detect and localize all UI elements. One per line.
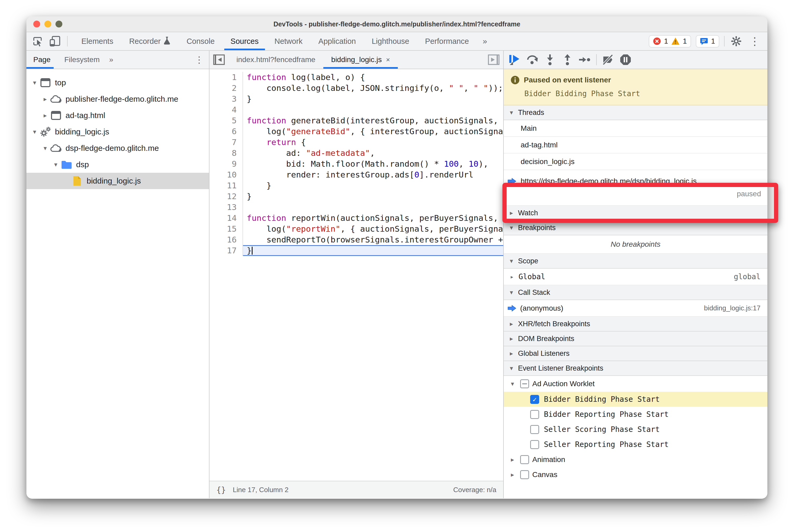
tree-item-top[interactable]: ▾top: [26, 75, 209, 91]
tab-sources[interactable]: Sources: [223, 32, 266, 50]
thread-item-paused[interactable]: https://dsp-fledge-demo.glitch.me/dsp/bi…: [504, 170, 767, 206]
frame-icon: [39, 77, 52, 88]
chevron-down-icon: ▾: [41, 145, 50, 152]
breakpoint-group-ad-auction-worklet[interactable]: ▾Ad Auction Worklet: [504, 376, 767, 392]
editor-tab-bidding-logic-js[interactable]: bidding_logic.js×: [323, 51, 398, 69]
errors-warnings-badge[interactable]: 1 1: [649, 35, 691, 48]
tree-item-bidding-logic-js[interactable]: ▾bidding_logic.js: [26, 124, 209, 140]
code-line-text: }: [243, 94, 503, 104]
breakpoint-seller-scoring-phase-start[interactable]: Seller Scoring Phase Start: [504, 422, 767, 437]
show-debugger-icon[interactable]: [486, 54, 501, 65]
more-panels-button[interactable]: »: [477, 32, 493, 50]
breakpoint-bidder-reporting-phase-start[interactable]: Bidder Reporting Phase Start: [504, 407, 767, 422]
pretty-print-icon[interactable]: {}: [216, 485, 226, 494]
code-line-text: ad: "ad-metadata",: [243, 148, 503, 158]
tab-console[interactable]: Console: [178, 32, 222, 50]
unchecked-checkbox[interactable]: [530, 410, 539, 419]
line-number: 3: [209, 94, 243, 104]
close-tab-icon[interactable]: ×: [386, 56, 390, 64]
hide-navigator-icon[interactable]: [212, 54, 226, 65]
settings-gear-icon[interactable]: [729, 34, 743, 48]
chevron-down-icon: ▾: [51, 161, 60, 168]
tree-item-label: top: [55, 78, 66, 87]
code-view[interactable]: 1function log(label, o) {2 console.log(l…: [209, 69, 503, 481]
breakpoint-category-canvas[interactable]: ▸Canvas: [504, 467, 767, 482]
thread-paused-status: paused: [507, 189, 761, 199]
unchecked-checkbox[interactable]: [530, 425, 539, 434]
breakpoint-bidder-bidding-phase-start[interactable]: ✓Bidder Bidding Phase Start: [504, 392, 767, 407]
scope-global-row[interactable]: ▸Globalglobal: [504, 269, 767, 285]
code-line-text: console.log(label, JSON.stringify(o, " "…: [243, 83, 503, 94]
tab-lighthouse[interactable]: Lighthouse: [364, 32, 417, 50]
unchecked-checkbox[interactable]: [520, 455, 529, 464]
callstack-frame-row[interactable]: (anonymous)bidding_logic.js:17: [504, 300, 767, 317]
tab-network[interactable]: Network: [266, 32, 310, 50]
pause-on-exceptions-button[interactable]: [617, 52, 634, 67]
device-toolbar-icon[interactable]: [48, 34, 62, 48]
sidebar-tab-page[interactable]: Page: [26, 51, 57, 69]
kebab-menu-icon[interactable]: ⋮: [748, 34, 761, 48]
toolbar-divider: [724, 36, 724, 46]
issues-badge[interactable]: 1: [696, 35, 719, 48]
line-number: 1: [209, 72, 243, 83]
breakpoint-seller-reporting-phase-start[interactable]: Seller Reporting Phase Start: [504, 437, 767, 452]
section-header-dom-breakpoints[interactable]: ▸DOM Breakpoints: [504, 331, 767, 346]
chevron-right-icon: ▸: [507, 273, 516, 281]
thread-item-decision-logic-js[interactable]: decision_logic.js: [504, 153, 767, 170]
breakpoint-category-animation[interactable]: ▸Animation: [504, 452, 767, 467]
section-header-global-listeners[interactable]: ▸Global Listeners: [504, 346, 767, 361]
section-header-threads[interactable]: ▾Threads: [504, 106, 767, 120]
tree-item-dsp-fledge-demo-glitch-me[interactable]: ▾dsp-fledge-demo.glitch.me: [26, 140, 209, 156]
editor-tab-index-html-fencedframe[interactable]: index.html?fencedframe: [228, 51, 323, 69]
line-number: 8: [209, 148, 243, 158]
line-number: 17: [209, 245, 243, 256]
tree-item-bidding-logic-js[interactable]: bidding_logic.js: [26, 173, 209, 189]
tree-item-dsp[interactable]: ▾dsp: [26, 156, 209, 173]
issues-count: 1: [711, 37, 715, 45]
line-number: 6: [209, 126, 243, 137]
section-header-call-stack[interactable]: ▾Call Stack: [504, 285, 767, 300]
section-header-scope[interactable]: ▾Scope: [504, 254, 767, 269]
section-header-watch[interactable]: ▸Watch: [504, 206, 767, 221]
navigator-kebab-menu-icon[interactable]: ⋮: [195, 54, 209, 65]
debugger-toolbar: [504, 51, 767, 69]
line-number: 11: [209, 180, 243, 191]
tab-performance[interactable]: Performance: [417, 32, 477, 50]
section-header-breakpoints[interactable]: ▾Breakpoints: [504, 221, 767, 235]
step-out-button[interactable]: [559, 52, 576, 67]
step-into-button[interactable]: [541, 52, 559, 67]
thread-item-main[interactable]: Main: [504, 120, 767, 137]
frame-name: (anonymous): [520, 304, 563, 312]
main-toolbar: ElementsRecorderConsoleSourcesNetworkApp…: [26, 32, 767, 51]
code-line-text: function log(label, o) {: [243, 72, 503, 83]
tab-application[interactable]: Application: [310, 32, 364, 50]
section-header-xhr-fetch-breakpoints[interactable]: ▸XHR/fetch Breakpoints: [504, 317, 767, 331]
unchecked-checkbox[interactable]: [530, 440, 539, 449]
step-button[interactable]: [576, 52, 593, 67]
step-over-button[interactable]: [524, 52, 541, 67]
code-line-12: 12}: [209, 191, 503, 202]
section-header-event-listener-breakpoints[interactable]: ▾Event Listener Breakpoints: [504, 361, 767, 376]
tree-item-ad-tag-html[interactable]: ▸ad-tag.html: [26, 107, 209, 124]
tab-elements[interactable]: Elements: [73, 32, 121, 50]
indeterminate-checkbox[interactable]: [520, 379, 529, 388]
code-line-14: 14function reportWin(auctionSignals, per…: [209, 213, 503, 224]
resume-button[interactable]: [506, 52, 524, 67]
section-title: Global Listeners: [518, 349, 569, 358]
deactivate-breakpoints-button[interactable]: [599, 52, 617, 67]
unchecked-checkbox[interactable]: [520, 470, 529, 479]
checked-checkbox[interactable]: ✓: [530, 395, 539, 404]
tree-item-publisher-fledge-demo-glitch-me[interactable]: ▸publisher-fledge-demo.glitch.me: [26, 91, 209, 107]
thread-item-ad-tag-html[interactable]: ad-tag.html: [504, 137, 767, 153]
breakpoint-label: Bidder Reporting Phase Start: [544, 410, 668, 419]
frame-icon: [50, 110, 62, 121]
code-line-15: 15 log("reportWin", { auctionSignals, pe…: [209, 224, 503, 234]
more-navigator-tabs-button[interactable]: »: [107, 55, 116, 64]
line-number: 15: [209, 224, 243, 234]
inspect-element-icon[interactable]: [31, 34, 44, 48]
sidebar-tab-filesystem[interactable]: Filesystem: [57, 51, 107, 69]
tab-recorder[interactable]: Recorder: [121, 32, 178, 50]
section-title: Scope: [518, 257, 539, 265]
code-line-8: 8 ad: "ad-metadata",: [209, 148, 503, 158]
tree-item-label: ad-tag.html: [65, 111, 105, 120]
